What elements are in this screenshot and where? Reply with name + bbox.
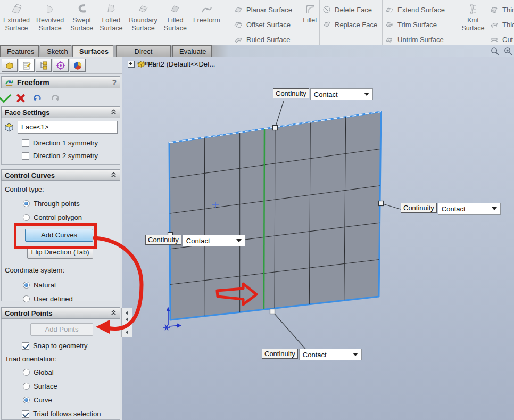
freeform-button[interactable]: Freeform [190,0,223,24]
zoom-fit-icon[interactable] [491,47,500,56]
ok-button[interactable] [0,91,11,103]
offset-surface-button[interactable]: Offset Surface [231,17,301,32]
control-curve[interactable] [264,129,264,309]
tab-features[interactable]: Features [0,45,39,57]
tab-surfaces[interactable]: Surfaces [72,45,113,57]
triad-orientation-label: Triad orientation: [5,355,120,363]
collapse-chevron-icon[interactable] [111,109,117,117]
button-label: Extend Surface [397,6,445,14]
face-settings-header[interactable]: Face Settings [1,106,120,118]
tab-direct-editing[interactable]: Direct Editing [116,45,171,57]
radio-label: Surface [34,382,57,390]
snap-to-geometry-option[interactable]: Snap to geometry [22,342,120,350]
button-label: Surface [5,24,28,32]
surface-radio[interactable] [23,383,30,390]
knit-surface-button[interactable]: Knit Surface [460,0,486,48]
tree-root-label: Part2 (Default<<Def... [148,60,215,68]
cancel-button[interactable] [16,94,25,103]
control-polygon-option[interactable]: Control polygon [23,213,120,221]
surface-option[interactable]: Surface [23,382,120,390]
direction1-checkbox[interactable] [22,139,29,147]
control-points-header[interactable]: Control Points [1,307,120,319]
add-points-button[interactable]: Add Points [30,323,93,336]
trim-surface-button[interactable]: Trim Surface [382,17,460,32]
freeform-surface[interactable] [169,112,381,320]
property-manager-tab[interactable] [19,59,35,72]
fillet-button[interactable]: Fillet [301,0,320,48]
revolved-surface-button[interactable]: Revolved Surface [33,0,67,32]
dropdown-arrow-icon[interactable] [364,93,369,96]
delete-face-button[interactable]: Delete Face [319,2,382,17]
button-label: Flip Direction (Tab) [31,248,89,256]
natural-radio[interactable] [23,282,30,289]
undo-button[interactable] [32,93,43,103]
selected-edge[interactable] [169,112,381,143]
curve-radio[interactable] [23,397,30,403]
global-radio[interactable] [23,369,30,376]
lofted-surface-button[interactable]: Lofted Surface [96,0,126,32]
display-manager-tab[interactable] [70,59,86,72]
ruled-surface-button[interactable]: Ruled Surface [231,32,301,47]
continuity-dropdown[interactable]: Contact [438,203,501,215]
user-defined-radio[interactable] [23,295,30,302]
face-settings-body: Face<1> Direction 1 symmetry Direction 2… [1,118,120,165]
thicken-button[interactable]: Thic [486,2,514,17]
continuity-dropdown[interactable]: Contact [299,349,362,360]
snap-checkbox[interactable] [22,342,29,350]
button-label: Lofted [102,17,120,24]
boundary-surface-button[interactable]: Boundary Surface [126,0,161,32]
panel-splitter-handle[interactable] [121,308,132,337]
triad-follows-option[interactable]: Triad follows selection [22,410,120,418]
triad-follows-checkbox[interactable] [22,410,29,418]
control-polygon-radio[interactable] [23,214,30,221]
cut-with-surface-icon [490,35,499,44]
swept-surface-button[interactable]: Swept Surface [67,0,96,32]
configuration-manager-tab[interactable] [36,59,52,72]
radio-label: Natural [34,281,56,289]
collapse-chevron-icon[interactable] [111,309,117,317]
radio-label: Curve [34,396,52,404]
filled-surface-icon [169,3,181,15]
direction2-symmetry-option[interactable]: Direction 2 symmetry [22,152,120,160]
replace-face-button[interactable]: Replace Face [319,17,382,32]
curve-option[interactable]: Curve [23,396,120,404]
extruded-surface-button[interactable]: Extruded Surface [0,0,33,32]
control-type-label: Control type: [5,185,120,193]
callout-label: Continuity [145,235,181,245]
global-option[interactable]: Global [23,368,120,376]
feature-manager-tab[interactable] [2,59,18,72]
callout-label: Continuity [401,203,437,213]
tab-sketch[interactable]: Sketch [40,45,71,57]
control-curves-header[interactable]: Control Curves [1,169,120,181]
through-points-option[interactable]: Through points [23,200,120,208]
dropdown-arrow-icon[interactable] [353,353,358,356]
user-defined-option[interactable]: User defined [23,295,120,303]
zoom-area-icon[interactable] [504,47,513,56]
tree-expand-icon[interactable] [128,61,135,68]
planar-surface-button[interactable]: Planar Surface [231,2,301,17]
natural-option[interactable]: Natural [23,281,120,289]
dropdown-arrow-icon[interactable] [236,239,242,242]
help-button[interactable]: ? [112,78,117,87]
cut-with-surface-button[interactable]: Cut [486,32,514,47]
direction2-checkbox[interactable] [22,152,29,160]
replace-face-icon [322,20,331,29]
button-label: Ruled Surface [246,36,290,44]
thickened-cut-button[interactable]: Thic [486,17,514,32]
tab-evaluate[interactable]: Evaluate [172,45,212,57]
extend-surface-button[interactable]: Extend Surface [382,2,460,17]
collapse-chevron-icon[interactable] [111,171,117,179]
continuity-dropdown[interactable]: Contact [183,235,245,246]
edge-handles[interactable] [168,126,384,314]
continuity-dropdown[interactable]: Contact [310,88,373,100]
dimxpert-manager-tab[interactable] [53,59,69,72]
face-selection-field[interactable]: Face<1> [18,121,118,134]
feature-tree-root[interactable]: Part2 (Default<<Def... [128,60,215,69]
dropdown-arrow-icon[interactable] [492,207,497,210]
redo-button[interactable] [50,93,60,103]
planar-surface-icon [234,5,243,14]
untrim-surface-button[interactable]: Untrim Surface [382,32,460,47]
through-points-radio[interactable] [23,200,30,207]
filled-surface-button[interactable]: Filled Surface [161,0,190,32]
direction1-symmetry-option[interactable]: Direction 1 symmetry [22,139,120,147]
